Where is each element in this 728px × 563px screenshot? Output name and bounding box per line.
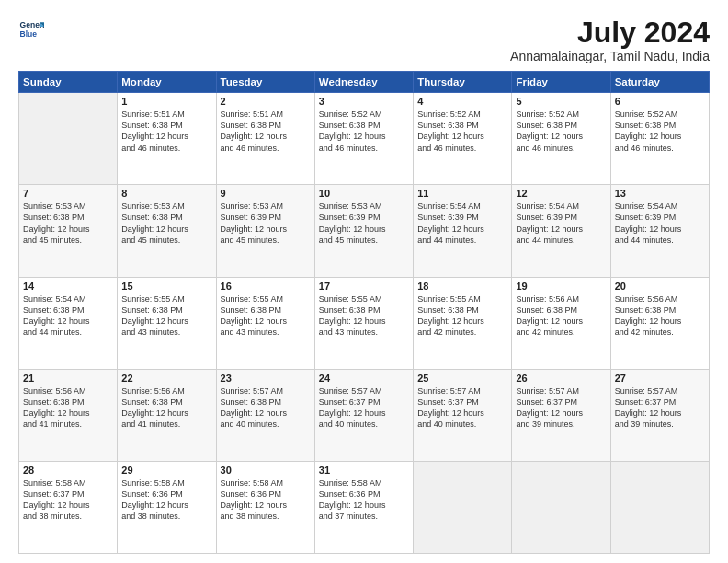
calendar-cell [19, 93, 118, 185]
day-info: Sunrise: 5:52 AM Sunset: 6:38 PM Dayligh… [516, 109, 606, 154]
main-title: July 2024 [510, 17, 710, 49]
calendar-cell: 27Sunrise: 5:57 AM Sunset: 6:37 PM Dayli… [610, 369, 709, 461]
day-info: Sunrise: 5:58 AM Sunset: 6:36 PM Dayligh… [121, 477, 211, 523]
day-number: 12 [516, 188, 606, 199]
day-number: 22 [121, 373, 211, 384]
calendar-cell: 1Sunrise: 5:51 AM Sunset: 6:38 PM Daylig… [118, 93, 216, 185]
header-cell-monday: Monday [118, 72, 216, 93]
day-number: 6 [615, 96, 705, 107]
day-number: 2 [221, 96, 311, 107]
week-row-1: 1Sunrise: 5:51 AM Sunset: 6:38 PM Daylig… [19, 93, 710, 185]
week-row-5: 28Sunrise: 5:58 AM Sunset: 6:37 PM Dayli… [19, 461, 710, 553]
day-info: Sunrise: 5:56 AM Sunset: 6:38 PM Dayligh… [516, 293, 606, 339]
day-number: 10 [319, 188, 409, 199]
day-info: Sunrise: 5:56 AM Sunset: 6:38 PM Dayligh… [615, 293, 705, 339]
calendar-table: SundayMondayTuesdayWednesdayThursdayFrid… [18, 71, 710, 554]
header-row: SundayMondayTuesdayWednesdayThursdayFrid… [19, 72, 710, 93]
header-cell-friday: Friday [512, 72, 610, 93]
day-number: 5 [516, 96, 606, 107]
week-row-2: 7Sunrise: 5:53 AM Sunset: 6:38 PM Daylig… [19, 185, 710, 277]
day-info: Sunrise: 5:57 AM Sunset: 6:37 PM Dayligh… [319, 385, 409, 431]
day-info: Sunrise: 5:57 AM Sunset: 6:37 PM Dayligh… [615, 385, 705, 431]
day-number: 17 [319, 281, 409, 292]
calendar-cell: 30Sunrise: 5:58 AM Sunset: 6:36 PM Dayli… [216, 461, 314, 553]
day-info: Sunrise: 5:52 AM Sunset: 6:38 PM Dayligh… [417, 109, 507, 154]
day-number: 23 [221, 373, 311, 384]
day-info: Sunrise: 5:58 AM Sunset: 6:36 PM Dayligh… [221, 477, 311, 523]
calendar-cell: 5Sunrise: 5:52 AM Sunset: 6:38 PM Daylig… [512, 93, 610, 185]
day-number: 25 [417, 373, 507, 384]
svg-text:Blue: Blue [20, 29, 38, 39]
calendar-cell: 7Sunrise: 5:53 AM Sunset: 6:38 PM Daylig… [19, 185, 118, 277]
title-block: July 2024 Annamalainagar, Tamil Nadu, In… [510, 17, 710, 63]
calendar-cell: 15Sunrise: 5:55 AM Sunset: 6:38 PM Dayli… [118, 277, 216, 369]
day-number: 15 [121, 281, 211, 292]
day-number: 21 [23, 373, 113, 384]
calendar-cell: 14Sunrise: 5:54 AM Sunset: 6:38 PM Dayli… [19, 277, 118, 369]
day-number: 4 [417, 96, 507, 107]
header: General Blue General Blue July 2024 Anna… [18, 17, 710, 63]
calendar-cell: 29Sunrise: 5:58 AM Sunset: 6:36 PM Dayli… [118, 461, 216, 553]
header-cell-tuesday: Tuesday [216, 72, 314, 93]
calendar-cell: 25Sunrise: 5:57 AM Sunset: 6:37 PM Dayli… [414, 369, 512, 461]
subtitle: Annamalainagar, Tamil Nadu, India [510, 49, 710, 63]
calendar-cell: 31Sunrise: 5:58 AM Sunset: 6:36 PM Dayli… [314, 461, 413, 553]
day-number: 27 [615, 373, 705, 384]
day-info: Sunrise: 5:53 AM Sunset: 6:39 PM Dayligh… [221, 201, 311, 246]
calendar-cell [512, 461, 610, 553]
calendar-cell: 20Sunrise: 5:56 AM Sunset: 6:38 PM Dayli… [610, 277, 709, 369]
page: General Blue General Blue July 2024 Anna… [0, 0, 728, 563]
day-number: 11 [417, 188, 507, 199]
calendar-cell: 9Sunrise: 5:53 AM Sunset: 6:39 PM Daylig… [216, 185, 314, 277]
day-number: 26 [516, 373, 606, 384]
day-info: Sunrise: 5:54 AM Sunset: 6:39 PM Dayligh… [417, 201, 507, 246]
calendar-cell: 3Sunrise: 5:52 AM Sunset: 6:38 PM Daylig… [314, 93, 413, 185]
day-info: Sunrise: 5:58 AM Sunset: 6:36 PM Dayligh… [319, 477, 409, 523]
day-info: Sunrise: 5:57 AM Sunset: 6:37 PM Dayligh… [516, 385, 606, 431]
day-info: Sunrise: 5:52 AM Sunset: 6:38 PM Dayligh… [615, 109, 705, 154]
calendar-cell: 28Sunrise: 5:58 AM Sunset: 6:37 PM Dayli… [19, 461, 118, 553]
logo-icon: General Blue [18, 17, 44, 42]
week-row-4: 21Sunrise: 5:56 AM Sunset: 6:38 PM Dayli… [19, 369, 710, 461]
calendar-cell: 24Sunrise: 5:57 AM Sunset: 6:37 PM Dayli… [314, 369, 413, 461]
day-info: Sunrise: 5:57 AM Sunset: 6:37 PM Dayligh… [417, 385, 507, 431]
day-number: 16 [221, 281, 311, 292]
day-number: 8 [121, 188, 211, 199]
day-info: Sunrise: 5:57 AM Sunset: 6:38 PM Dayligh… [221, 385, 311, 431]
day-info: Sunrise: 5:56 AM Sunset: 6:38 PM Dayligh… [23, 385, 113, 431]
day-number: 31 [319, 465, 409, 476]
week-row-3: 14Sunrise: 5:54 AM Sunset: 6:38 PM Dayli… [19, 277, 710, 369]
day-info: Sunrise: 5:53 AM Sunset: 6:38 PM Dayligh… [121, 201, 211, 246]
logo: General Blue General Blue [18, 17, 44, 42]
day-number: 28 [23, 465, 113, 476]
calendar-cell [414, 461, 512, 553]
day-number: 24 [319, 373, 409, 384]
day-info: Sunrise: 5:56 AM Sunset: 6:38 PM Dayligh… [121, 385, 211, 431]
calendar-cell: 17Sunrise: 5:55 AM Sunset: 6:38 PM Dayli… [314, 277, 413, 369]
day-number: 7 [23, 188, 113, 199]
day-info: Sunrise: 5:51 AM Sunset: 6:38 PM Dayligh… [221, 109, 311, 154]
header-cell-saturday: Saturday [610, 72, 709, 93]
calendar-cell: 23Sunrise: 5:57 AM Sunset: 6:38 PM Dayli… [216, 369, 314, 461]
day-info: Sunrise: 5:54 AM Sunset: 6:38 PM Dayligh… [23, 293, 113, 339]
header-cell-wednesday: Wednesday [314, 72, 413, 93]
day-number: 19 [516, 281, 606, 292]
header-cell-thursday: Thursday [414, 72, 512, 93]
calendar-cell: 21Sunrise: 5:56 AM Sunset: 6:38 PM Dayli… [19, 369, 118, 461]
day-info: Sunrise: 5:53 AM Sunset: 6:39 PM Dayligh… [319, 201, 409, 246]
day-info: Sunrise: 5:54 AM Sunset: 6:39 PM Dayligh… [516, 201, 606, 246]
day-info: Sunrise: 5:55 AM Sunset: 6:38 PM Dayligh… [417, 293, 507, 339]
day-info: Sunrise: 5:58 AM Sunset: 6:37 PM Dayligh… [23, 477, 113, 523]
day-number: 3 [319, 96, 409, 107]
day-number: 14 [23, 281, 113, 292]
calendar-cell [610, 461, 709, 553]
day-info: Sunrise: 5:54 AM Sunset: 6:39 PM Dayligh… [615, 201, 705, 246]
day-info: Sunrise: 5:55 AM Sunset: 6:38 PM Dayligh… [319, 293, 409, 339]
day-number: 29 [121, 465, 211, 476]
calendar-cell: 16Sunrise: 5:55 AM Sunset: 6:38 PM Dayli… [216, 277, 314, 369]
calendar-cell: 19Sunrise: 5:56 AM Sunset: 6:38 PM Dayli… [512, 277, 610, 369]
day-number: 13 [615, 188, 705, 199]
calendar-cell: 26Sunrise: 5:57 AM Sunset: 6:37 PM Dayli… [512, 369, 610, 461]
calendar-cell: 22Sunrise: 5:56 AM Sunset: 6:38 PM Dayli… [118, 369, 216, 461]
calendar-cell: 18Sunrise: 5:55 AM Sunset: 6:38 PM Dayli… [414, 277, 512, 369]
